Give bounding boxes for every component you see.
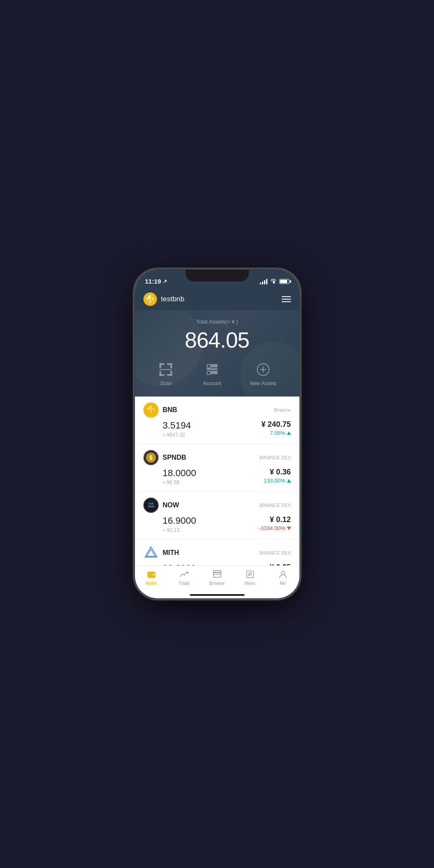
hero-actions: Scan — [143, 361, 291, 386]
wifi-icon — [270, 278, 277, 285]
me-label: Me — [280, 581, 286, 586]
svg-rect-2 — [160, 364, 161, 368]
mith-exchange: BINANCE DEX — [259, 550, 291, 555]
svg-rect-11 — [211, 364, 213, 365]
svg-rect-3 — [167, 364, 172, 364]
signal-icon — [260, 279, 267, 284]
spndb-cny: ≈ ¥6.58 — [163, 480, 197, 485]
app-name-label: testbnb — [161, 295, 185, 303]
svg-rect-6 — [160, 371, 161, 375]
svg-rect-13 — [211, 366, 217, 367]
bnb-logo — [143, 402, 159, 418]
down-arrow-icon — [287, 527, 291, 530]
news-label: News — [245, 581, 255, 586]
nav-wallet[interactable]: Wallet — [139, 569, 164, 586]
spndb-price: ¥ 0.36 — [264, 468, 291, 477]
now-amount: 16.9000 — [163, 515, 197, 526]
svg-point-24 — [146, 500, 156, 510]
wallet-icon — [146, 569, 156, 579]
spndb-exchange: BINANCE DEX — [259, 455, 291, 460]
news-icon — [245, 569, 255, 579]
mith-name: MITH — [163, 549, 179, 557]
svg-rect-32 — [213, 571, 221, 573]
nav-browser[interactable]: Browser — [205, 569, 230, 586]
status-time: 11:19 ↗ — [145, 278, 167, 285]
svg-point-19 — [257, 364, 269, 375]
account-button[interactable]: Account — [203, 361, 221, 386]
status-icons — [260, 278, 289, 285]
spndb-name: SPNDB — [163, 454, 186, 461]
location-icon: ↗ — [163, 279, 167, 284]
asset-item-bnb[interactable]: BNB Binance 3.5194 ≈ ¥847.32 ¥ 240.75 7.… — [135, 396, 299, 444]
svg-rect-16 — [211, 371, 213, 372]
total-assets-value: 864.05 — [143, 327, 291, 353]
bnb-cny: ≈ ¥847.32 — [163, 432, 191, 438]
svg-rect-15 — [207, 371, 210, 375]
asset-item-spndb[interactable]: $ SPNDB BINANCE DEX 18.0000 ≈ ¥6.58 ¥ 0.… — [135, 444, 299, 492]
mith-logo — [143, 545, 159, 560]
svg-rect-18 — [211, 373, 217, 374]
spndb-amount: 18.0000 — [163, 468, 197, 479]
nav-me[interactable]: Me — [270, 569, 296, 586]
phone-screen: 11:19 ↗ — [135, 270, 299, 598]
header-left: testbnb — [143, 292, 185, 306]
asset-item-now[interactable]: NOW TOKEN NOW BINANCE DEX 16.9000 ≈ ¥2.1… — [135, 492, 299, 539]
new-assets-button[interactable]: New Assets — [250, 361, 277, 386]
wallet-label: Wallet — [146, 581, 157, 586]
nav-news[interactable]: News — [237, 569, 263, 586]
scan-icon — [157, 361, 174, 378]
up-arrow-icon — [287, 479, 291, 482]
assets-list: BNB Binance 3.5194 ≈ ¥847.32 ¥ 240.75 7.… — [135, 396, 299, 565]
nav-trade[interactable]: Trade — [172, 569, 197, 586]
notch — [186, 270, 249, 281]
scan-label: Scan — [160, 380, 172, 386]
scan-button[interactable]: Scan — [157, 361, 174, 386]
now-logo: NOW TOKEN — [143, 498, 159, 513]
now-change: -3334.00% — [259, 525, 291, 531]
spndb-logo: $ — [143, 450, 159, 465]
new-assets-icon — [255, 361, 272, 378]
me-icon — [278, 569, 288, 579]
now-exchange: BINANCE DEX — [259, 503, 291, 508]
bnb-exchange: Binance — [274, 407, 291, 413]
menu-button[interactable] — [282, 296, 291, 302]
browser-icon — [212, 569, 222, 579]
bnb-change: 7.05% — [261, 430, 291, 436]
hero-section: Total Assets(≈ ¥ ) 864.05 — [135, 310, 299, 396]
asset-item-mith[interactable]: MITH BINANCE DEX 22.8900 ≈ ¥8.02 ¥ 0.35 … — [135, 539, 299, 565]
svg-marker-28 — [147, 549, 155, 556]
phone-frame: 11:19 ↗ — [135, 270, 299, 598]
app-header: testbnb — [135, 288, 299, 310]
up-arrow-icon — [287, 431, 291, 435]
trade-label: Trade — [179, 581, 190, 586]
svg-text:TOKEN: TOKEN — [148, 506, 154, 508]
svg-text:NOW: NOW — [148, 502, 154, 505]
browser-label: Browser — [209, 581, 225, 586]
now-cny: ≈ ¥2.13 — [163, 527, 197, 533]
trade-icon — [179, 569, 189, 579]
svg-rect-4 — [171, 364, 172, 368]
svg-point-38 — [281, 571, 285, 575]
bnb-name: BNB — [163, 406, 178, 414]
total-assets-label: Total Assets(≈ ¥ ) — [143, 319, 291, 325]
svg-rect-1 — [160, 364, 164, 364]
svg-text:$: $ — [149, 454, 153, 461]
svg-rect-12 — [214, 364, 217, 365]
time-label: 11:19 — [145, 278, 161, 285]
now-price: ¥ 0.12 — [259, 515, 291, 524]
svg-rect-31 — [213, 572, 221, 577]
account-icon — [204, 361, 221, 378]
svg-rect-8 — [171, 371, 172, 375]
bnb-logo-icon — [143, 292, 157, 306]
spndb-change: 133.00% — [264, 477, 291, 484]
bnb-amount: 3.5194 — [163, 420, 191, 431]
svg-rect-30 — [153, 574, 155, 576]
new-assets-label: New Assets — [250, 380, 277, 386]
svg-rect-5 — [160, 375, 164, 375]
bottom-nav: Wallet Trade — [135, 565, 299, 592]
svg-rect-17 — [214, 371, 217, 372]
now-name: NOW — [163, 501, 179, 509]
svg-rect-14 — [207, 369, 217, 370]
svg-rect-7 — [167, 375, 172, 375]
bnb-price: ¥ 240.75 — [261, 420, 291, 429]
